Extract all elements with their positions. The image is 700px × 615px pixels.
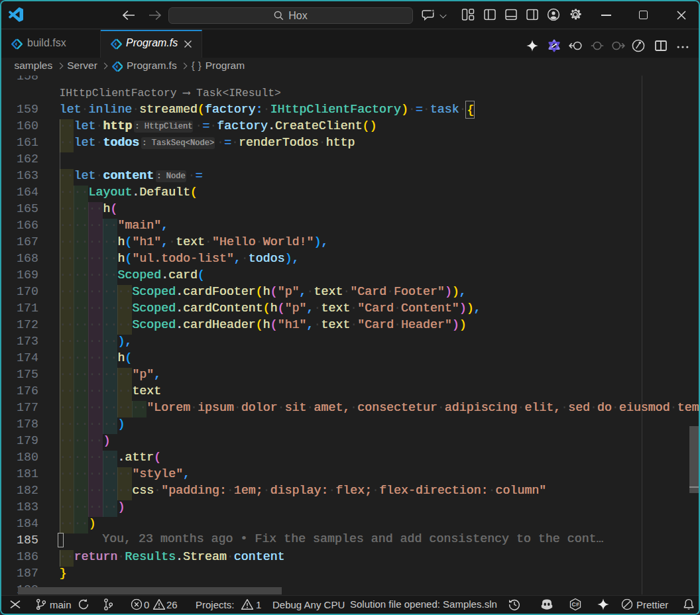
svg-text:C#: C# — [572, 601, 579, 608]
